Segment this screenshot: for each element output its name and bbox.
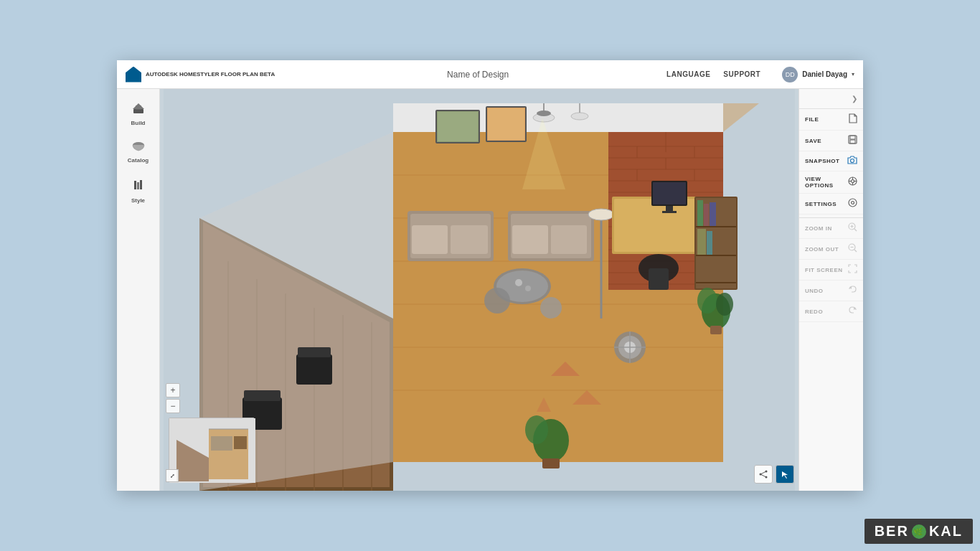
sidebar-item-build[interactable]: Build [120, 95, 157, 132]
svg-point-96 [525, 415, 548, 444]
svg-marker-122 [782, 471, 788, 479]
right-sidebar: ❯ FILE SAVE [798, 89, 863, 491]
header: AUTODESK HOMESTYLER FLOOR PLAN BETA Name… [117, 60, 863, 89]
svg-rect-76 [653, 182, 686, 204]
language-button[interactable]: LANGUAGE [666, 70, 710, 78]
svg-rect-78 [662, 211, 677, 213]
svg-rect-124 [850, 136, 855, 139]
redo-icon [848, 306, 857, 317]
build-icon [131, 100, 146, 118]
zoom-out-label: ZOOM OUT [805, 246, 839, 253]
left-sidebar: Build Catalog [117, 89, 160, 491]
fit-screen-menu-item[interactable]: FIT SCREEN [799, 260, 863, 281]
svg-rect-6 [140, 180, 142, 189]
sidebar-item-catalog[interactable]: Catalog [120, 135, 157, 169]
svg-point-93 [716, 293, 733, 316]
svg-line-138 [854, 229, 857, 231]
zoom-out-button[interactable]: − [166, 399, 180, 413]
svg-point-69 [484, 288, 510, 314]
settings-menu-item[interactable]: SETTINGS [799, 194, 863, 215]
view-options-menu-item[interactable]: VIEW OPTIONS [799, 171, 863, 194]
catalog-icon [131, 141, 146, 155]
svg-rect-86 [697, 200, 703, 226]
redo-menu-item[interactable]: REDO [799, 301, 863, 322]
zoom-in-label: ZOOM IN [805, 225, 832, 232]
main-content: Build Catalog [117, 89, 863, 491]
svg-point-134 [852, 202, 854, 204]
svg-rect-60 [451, 225, 488, 254]
svg-point-70 [540, 297, 562, 319]
view-options-icon [848, 176, 857, 188]
right-sidebar-top: ❯ [799, 89, 863, 109]
svg-point-133 [849, 199, 857, 207]
file-menu-item[interactable]: FILE [799, 109, 863, 131]
svg-rect-77 [666, 206, 673, 212]
svg-rect-47 [438, 112, 478, 141]
canvas-area[interactable]: + − ⤢ [160, 89, 798, 491]
svg-rect-99 [244, 390, 281, 401]
svg-rect-101 [298, 347, 331, 357]
app-window: AUTODESK HOMESTYLER FLOOR PLAN BETA Name… [117, 60, 863, 491]
svg-rect-88 [710, 202, 716, 226]
svg-rect-89 [697, 229, 706, 255]
sidebar-item-style[interactable]: Style [120, 172, 157, 209]
header-nav: LANGUAGE SUPPORT DD Daniel Dayag ▾ [666, 67, 854, 83]
catalog-label: Catalog [128, 157, 149, 164]
svg-point-128 [852, 180, 854, 183]
user-menu[interactable]: DD Daniel Dayag ▾ [782, 67, 854, 83]
svg-point-54 [537, 110, 551, 116]
user-name: Daniel Dayag [802, 70, 847, 78]
svg-rect-114 [211, 436, 232, 451]
watermark: BER 🌿 KAL [864, 519, 973, 544]
redo-label: REDO [805, 309, 823, 315]
zoom-out-icon [848, 243, 857, 255]
svg-rect-125 [850, 140, 855, 143]
svg-line-120 [760, 471, 766, 474]
build-label: Build [131, 120, 146, 126]
snapshot-menu-item[interactable]: SNAPSHOT [799, 151, 863, 171]
svg-rect-90 [707, 231, 712, 255]
style-label: Style [131, 197, 145, 204]
share-button[interactable] [754, 465, 773, 484]
svg-rect-59 [412, 225, 448, 254]
svg-rect-94 [710, 326, 722, 334]
undo-label: UNDO [805, 288, 824, 294]
support-button[interactable]: SUPPORT [723, 70, 760, 78]
svg-line-121 [760, 474, 766, 477]
logo-house-icon [126, 67, 141, 83]
svg-rect-4 [134, 181, 136, 189]
undo-menu-item[interactable]: UNDO [799, 281, 863, 301]
style-icon [131, 178, 146, 195]
collapse-button[interactable]: ❯ [852, 95, 857, 103]
save-menu-item[interactable]: SAVE [799, 131, 863, 151]
zoom-in-menu-item[interactable]: ZOOM IN [799, 218, 863, 239]
fit-screen-icon [848, 264, 857, 276]
design-name[interactable]: Name of Design [289, 70, 666, 80]
zoom-in-button[interactable]: + [166, 383, 180, 397]
svg-point-92 [697, 288, 717, 314]
save-icon [848, 135, 857, 146]
save-label: SAVE [805, 138, 821, 144]
watermark-text: BER [875, 523, 909, 540]
snapshot-icon [847, 156, 857, 166]
zoom-out-menu-item[interactable]: ZOOM OUT [799, 239, 863, 260]
settings-label: SETTINGS [805, 201, 837, 207]
svg-rect-63 [512, 225, 548, 254]
minimap[interactable] [169, 418, 255, 482]
svg-rect-49 [488, 108, 524, 140]
zoom-in-icon [848, 222, 857, 234]
snapshot-label: SNAPSHOT [805, 158, 839, 164]
svg-rect-74 [614, 199, 703, 252]
svg-rect-115 [234, 436, 247, 449]
expand-minimap-button[interactable]: ⤢ [166, 469, 179, 482]
svg-rect-5 [137, 182, 139, 189]
bottom-right-controls [754, 465, 794, 484]
svg-point-67 [515, 279, 522, 286]
file-icon [849, 113, 857, 126]
app-logo: AUTODESK HOMESTYLER FLOOR PLAN BETA [126, 67, 275, 83]
svg-rect-80 [649, 268, 669, 290]
svg-rect-97 [542, 458, 560, 468]
cursor-tool-button[interactable] [776, 465, 794, 484]
fit-screen-label: FIT SCREEN [805, 267, 843, 273]
watermark-text2: KAL [929, 523, 963, 540]
